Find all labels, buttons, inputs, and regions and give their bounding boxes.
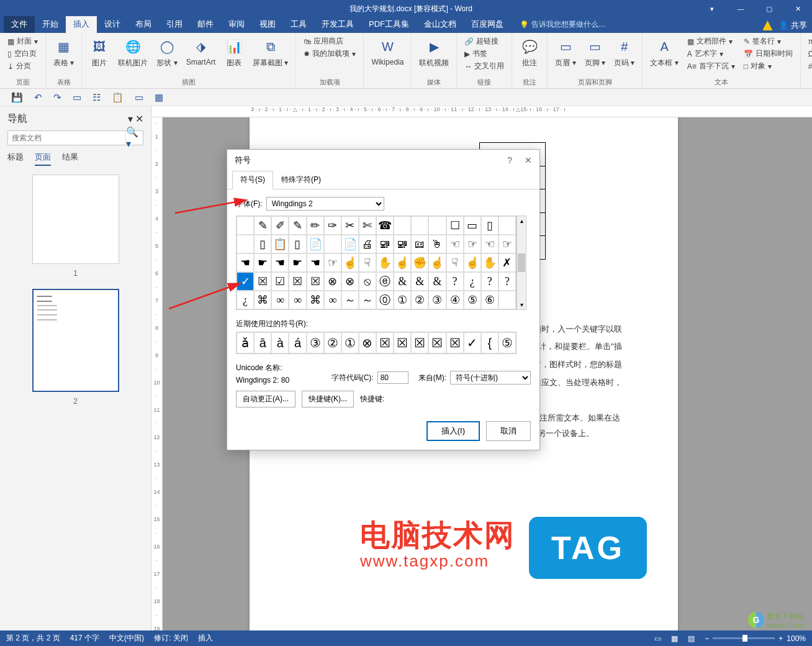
redo-icon[interactable]: ↷ xyxy=(53,92,61,103)
view-read-icon[interactable]: ▭ xyxy=(654,634,661,643)
qat-icon[interactable]: ▭ xyxy=(73,92,81,103)
symbol-cell[interactable]: ☝ xyxy=(394,253,411,272)
symbol-cell[interactable]: ? xyxy=(446,272,464,291)
autocorrect-button[interactable]: 自动更正(A)... xyxy=(236,391,295,407)
dialog-tab-symbols[interactable]: 符号(S) xyxy=(232,171,273,189)
wordart-button[interactable]: A 艺术字 ▾ xyxy=(685,48,738,60)
cover-page-button[interactable]: ▦ 封面 ▾ xyxy=(5,35,40,47)
symbol-cell[interactable]: ¿ xyxy=(237,291,254,309)
shortcut-button[interactable]: 快捷键(K)... xyxy=(302,391,354,407)
nav-search[interactable]: 🔍▾ xyxy=(7,130,143,145)
symbol-grid[interactable]: ✎✐✎✏✑✂✄☎☐▭▯▯📋▯📄📄🖨🖳🖳🖭🖰☜☞☜☞☚☛☚☛☚☞☝☟✋☝✊☝☟☝✋… xyxy=(236,216,517,310)
horizontal-ruler[interactable]: 3 · ı · 2 · ı · 1 · ı · △ · ı · 1 · ı · … xyxy=(151,106,812,117)
ribbon-options-icon[interactable]: ▾ xyxy=(698,0,726,17)
symbol-cell[interactable] xyxy=(498,216,516,235)
tab-baidu[interactable]: 百度网盘 xyxy=(464,16,511,33)
close-button[interactable]: ✕ xyxy=(783,0,812,17)
recent-symbol-cell[interactable]: ③ xyxy=(307,332,324,353)
tab-tools[interactable]: 工具 xyxy=(283,16,314,33)
page-thumbnail-1[interactable] xyxy=(32,175,119,264)
symbol-cell[interactable]: ⦸ xyxy=(359,272,376,291)
symbol-cell[interactable]: ☐ xyxy=(446,216,464,235)
page-thumbnail-2[interactable]: ▬▬▬▬▬▬▬▬━━━━━━━━━━━━━━━━━━━━━━━━━━━━━━━━ xyxy=(32,289,119,392)
recent-symbol-cell[interactable]: { xyxy=(481,332,498,353)
recent-symbol-cell[interactable]: ① xyxy=(341,332,359,353)
tab-design[interactable]: 设计 xyxy=(97,16,128,33)
symbol-cell[interactable]: & xyxy=(394,272,411,291)
symbol-cell[interactable]: ⓔ xyxy=(376,272,394,291)
symbol-cell[interactable]: ⊗ xyxy=(341,272,359,291)
blank-page-button[interactable]: ▯ 空白页 xyxy=(5,48,40,60)
symbol-cell[interactable]: ～ xyxy=(341,291,359,309)
symbol-cell[interactable]: ✄ xyxy=(359,216,376,235)
tab-view[interactable]: 视图 xyxy=(252,16,283,33)
symbol-cell[interactable]: 🖳 xyxy=(376,235,394,253)
dialog-close-icon[interactable]: ✕ xyxy=(525,155,532,165)
share-button[interactable]: 👤 共享 xyxy=(778,20,807,31)
crossref-button[interactable]: ↔ 交叉引用 xyxy=(462,60,507,72)
symbol-cell[interactable]: ∞ xyxy=(324,291,341,309)
datetime-button[interactable]: 📅 日期和时间 xyxy=(741,48,795,60)
tab-references[interactable]: 引用 xyxy=(159,16,190,33)
symbol-cell[interactable]: ☒ xyxy=(289,272,306,291)
recent-symbols-grid[interactable]: ǎāàá③②①⊗☒☒☒☒☒✓{⑤ xyxy=(236,332,517,354)
footer-button[interactable]: ▭页脚 ▾ xyxy=(582,35,608,70)
symbol-cell[interactable]: ☝ xyxy=(428,253,446,272)
tab-home[interactable]: 开始 xyxy=(35,16,66,33)
symbol-cell[interactable]: ▯ xyxy=(254,235,271,253)
symbol-cell[interactable]: ☞ xyxy=(464,235,481,253)
status-words[interactable]: 417 个字 xyxy=(70,633,99,644)
view-web-icon[interactable]: ▤ xyxy=(688,634,695,643)
table-button[interactable]: ▦表格 ▾ xyxy=(51,35,76,70)
symbol-cell[interactable]: 📄 xyxy=(341,235,359,253)
grid-scrollbar[interactable]: ▴▾ xyxy=(517,216,526,310)
symbol-cell[interactable]: ✗ xyxy=(498,253,516,272)
hyperlink-button[interactable]: 🔗 超链接 xyxy=(462,35,507,47)
recent-symbol-cell[interactable]: ☒ xyxy=(394,332,411,353)
nav-tab-headings[interactable]: 标题 xyxy=(7,152,24,166)
status-track[interactable]: 修订: 关闭 xyxy=(154,633,188,644)
my-addins-button[interactable]: ✹ 我的加载项 ▾ xyxy=(301,48,358,60)
symbol-cell[interactable] xyxy=(428,216,446,235)
qat-icon[interactable]: ☷ xyxy=(92,92,101,103)
recent-symbol-cell[interactable]: ② xyxy=(324,332,341,353)
save-icon[interactable]: 💾 xyxy=(11,92,23,103)
dropcap-button[interactable]: A≡ 首字下沉 ▾ xyxy=(685,60,738,72)
tab-layout[interactable]: 布局 xyxy=(128,16,159,33)
zoom-slider[interactable] xyxy=(713,637,775,639)
symbol-cell[interactable]: ✑ xyxy=(324,216,341,235)
symbol-cell[interactable]: ⊗ xyxy=(324,272,341,291)
recent-symbol-cell[interactable]: ☒ xyxy=(411,332,428,353)
symbol-cell[interactable]: ⑥ xyxy=(481,291,498,309)
equation-button[interactable]: π 公式 ▾ xyxy=(806,35,812,47)
warning-icon[interactable] xyxy=(762,20,772,30)
number-button[interactable]: # 编号 xyxy=(806,60,812,72)
symbol-cell[interactable]: ☛ xyxy=(254,253,271,272)
symbol-button[interactable]: Ω 符号 ▾ xyxy=(806,48,812,60)
symbol-cell[interactable]: ✐ xyxy=(271,216,289,235)
store-button[interactable]: 🛍 应用商店 xyxy=(301,35,358,47)
symbol-cell[interactable]: 🖳 xyxy=(394,235,411,253)
charcode-input[interactable] xyxy=(377,371,408,384)
symbol-cell[interactable]: 📋 xyxy=(271,235,289,253)
qat-icon[interactable]: ▦ xyxy=(155,92,163,103)
recent-symbol-cell[interactable]: ✓ xyxy=(464,332,481,353)
textbox-button[interactable]: A文本框 ▾ xyxy=(647,35,680,70)
symbol-cell[interactable]: ④ xyxy=(446,291,464,309)
zoom-control[interactable]: −+ 100% xyxy=(705,634,806,643)
symbol-cell[interactable]: 🖨 xyxy=(359,235,376,253)
symbol-cell[interactable]: ☚ xyxy=(271,253,289,272)
symbol-cell[interactable]: ✋ xyxy=(376,253,394,272)
recent-symbol-cell[interactable]: á xyxy=(289,332,306,353)
symbol-cell[interactable] xyxy=(394,216,411,235)
header-button[interactable]: ▭页眉 ▾ xyxy=(553,35,578,70)
dialog-tab-special[interactable]: 特殊字符(P) xyxy=(273,171,329,189)
symbol-cell[interactable]: ¿ xyxy=(464,272,481,291)
symbol-cell[interactable]: ☞ xyxy=(324,253,341,272)
recent-symbol-cell[interactable]: ⊗ xyxy=(359,332,376,353)
symbol-cell[interactable]: 🖭 xyxy=(411,235,428,253)
symbol-cell[interactable]: ✎ xyxy=(289,216,306,235)
dialog-help-icon[interactable]: ? xyxy=(507,155,512,165)
recent-symbol-cell[interactable]: ☒ xyxy=(428,332,446,353)
symbol-cell[interactable]: ② xyxy=(411,291,428,309)
